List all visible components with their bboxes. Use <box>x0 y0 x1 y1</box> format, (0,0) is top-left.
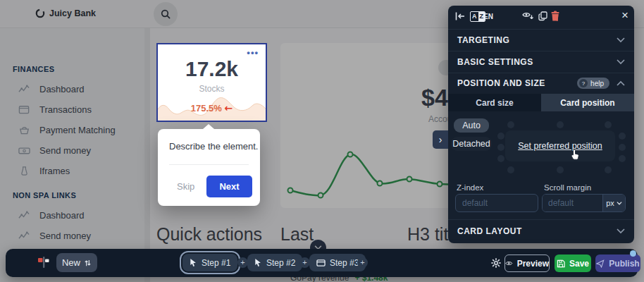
panel-toolbar: AZ EN × <box>448 6 634 29</box>
tab-card-size[interactable]: Card size <box>448 94 541 111</box>
preferred-position-box: Set preferred position <box>505 130 615 161</box>
collapse-left-icon[interactable] <box>454 11 466 21</box>
position-dot[interactable] <box>497 144 504 151</box>
app: Juicy Bank FINANCES Dashboard Transactio… <box>0 0 644 282</box>
position-dot[interactable] <box>497 133 504 140</box>
chevron-down-icon <box>617 37 625 43</box>
set-preferred-position-link[interactable]: Set preferred position <box>518 141 602 151</box>
tooltip-divider <box>169 164 249 165</box>
eye-icon <box>505 260 513 266</box>
section-title: CARD LAYOUT <box>457 226 617 236</box>
settings-panel: › AZ EN × TARGETING BASIC SETTING <box>448 6 634 243</box>
chevron-down-icon <box>617 59 625 65</box>
window-card-icon <box>316 259 326 267</box>
step-label: Step #3 <box>330 258 359 268</box>
language-label: EN <box>483 13 493 20</box>
mode-detached-button[interactable]: Detached <box>451 137 492 151</box>
tooltip-message: Describe the element. <box>169 141 258 152</box>
position-dot[interactable] <box>619 133 626 140</box>
mode-auto-button[interactable]: Auto <box>454 118 489 133</box>
chevron-down-icon <box>617 228 625 234</box>
position-dot[interactable] <box>605 166 612 173</box>
hand-cursor-icon <box>570 149 581 161</box>
builder-logo-icon <box>37 255 51 269</box>
add-step-button[interactable]: + <box>237 257 248 268</box>
preview-button[interactable]: Preview <box>504 255 550 272</box>
position-dot[interactable] <box>605 121 612 128</box>
left-arrow-icon: ← <box>224 102 233 114</box>
stat-delta-value: 175.5% <box>191 103 222 114</box>
new-label: New <box>62 257 80 268</box>
add-step-button[interactable]: + <box>299 257 310 268</box>
position-dot[interactable] <box>557 121 564 128</box>
position-dot[interactable] <box>507 166 514 173</box>
cursor-click-icon <box>190 258 197 267</box>
position-dot[interactable] <box>619 144 626 151</box>
panel-section-position-size[interactable]: POSITION AND SIZE ? help <box>448 73 634 94</box>
scroll-margin-label: Scroll margin <box>544 183 591 192</box>
step-label: Step #2 <box>266 258 295 268</box>
close-icon[interactable]: × <box>621 8 628 23</box>
publish-button[interactable]: Publish <box>595 255 640 272</box>
stat-value: 17.2k <box>158 57 266 81</box>
panel-section-card-layout[interactable]: CARD LAYOUT <box>448 219 634 243</box>
step-label: Step #1 <box>202 258 230 268</box>
unit-label: px <box>606 199 614 207</box>
send-icon <box>596 259 605 268</box>
chevron-down-icon <box>617 202 622 205</box>
card-menu-dots[interactable]: ••• <box>247 47 259 58</box>
panel-section-basic-settings[interactable]: BASIC SETTINGS <box>448 51 634 73</box>
preview-label: Preview <box>517 259 549 269</box>
save-icon <box>557 259 565 268</box>
skip-button[interactable]: Skip <box>177 181 194 192</box>
section-title: TARGETING <box>457 35 617 45</box>
zindex-input[interactable] <box>455 194 538 212</box>
chevron-up-icon <box>617 80 625 86</box>
next-button[interactable]: Next <box>206 176 252 197</box>
question-icon: ? <box>579 79 588 87</box>
panel-collapse-handle[interactable]: › <box>433 130 448 149</box>
zindex-label: Z-index <box>457 183 483 192</box>
notification-dot <box>630 250 636 257</box>
help-badge[interactable]: ? help <box>577 78 609 89</box>
scroll-margin-input[interactable] <box>543 195 602 212</box>
tooltip-caret <box>203 124 214 129</box>
position-dot[interactable] <box>557 166 564 173</box>
highlighted-stat-card[interactable]: ••• 17.2k Stocks 175.5% ← <box>156 43 267 122</box>
gear-icon[interactable] <box>491 258 501 268</box>
publish-label: Publish <box>609 259 639 269</box>
add-step-button[interactable]: + <box>357 257 368 268</box>
delete-icon[interactable] <box>551 11 559 21</box>
panel-section-targeting[interactable]: TARGETING <box>448 29 634 51</box>
swap-arrows-icon <box>84 259 92 267</box>
duplicate-icon[interactable] <box>538 11 547 21</box>
save-label: Save <box>569 259 589 269</box>
new-button[interactable]: New <box>56 253 97 272</box>
scroll-margin-field: px <box>542 194 626 212</box>
help-label: help <box>590 80 604 87</box>
tour-tooltip: Describe the element. Skip Next <box>158 129 260 206</box>
builder-bar: New Step #1 + Step #2 + Step #3 + Previe… <box>6 249 638 277</box>
tab-card-position[interactable]: Card position <box>541 94 634 111</box>
step-2-button[interactable]: Step #2 <box>247 254 302 271</box>
position-dot[interactable] <box>507 121 514 128</box>
stat-delta: 175.5% ← <box>158 102 266 114</box>
section-title: POSITION AND SIZE <box>457 78 577 88</box>
unit-select[interactable]: px <box>602 195 625 212</box>
position-dot[interactable] <box>497 155 504 162</box>
position-dot[interactable] <box>619 155 626 162</box>
save-button[interactable]: Save <box>555 255 591 272</box>
step-1-button[interactable]: Step #1 <box>182 254 237 271</box>
eye-tracking-icon[interactable] <box>522 11 534 21</box>
position-size-tabs: Card size Card position <box>448 94 634 111</box>
section-title: BASIC SETTINGS <box>457 57 617 67</box>
cursor-click-icon <box>254 258 262 267</box>
